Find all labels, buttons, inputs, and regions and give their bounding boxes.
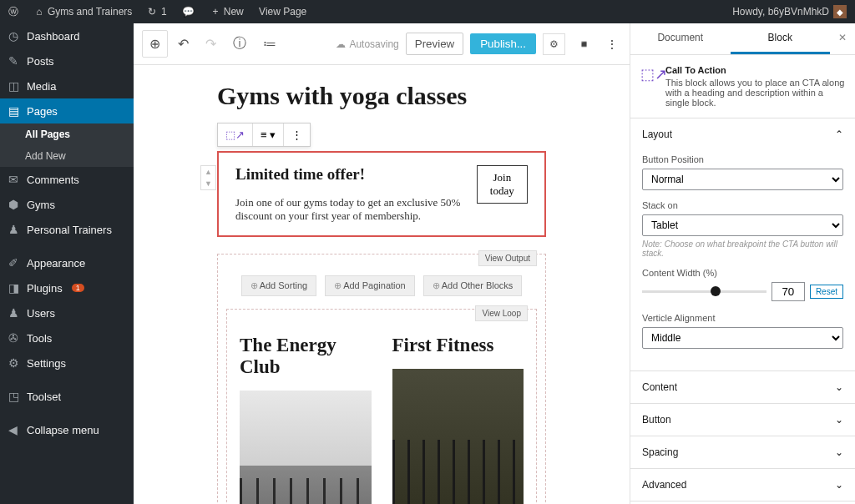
page-title[interactable]: Gyms with yoga classes [217,82,546,110]
content-width-slider[interactable] [642,290,766,293]
preview-button[interactable]: Preview [406,33,463,55]
sidebar-item-appearance[interactable]: ✐Appearance [0,250,134,275]
gym-image [240,391,372,504]
toolset-icon: ◳ [8,390,20,403]
wp-logo[interactable]: ⓦ [8,6,21,18]
chevron-down-icon: ⌄ [835,381,843,393]
select-stack-on[interactable]: Tablet [642,214,843,236]
block-type-icon[interactable]: ⬚↗ [218,123,253,146]
sidebar-item-collapse[interactable]: ◀Collapse menu [0,417,134,442]
add-pagination-button[interactable]: ⊕Add Pagination [325,275,415,296]
tab-block[interactable]: Block [731,23,831,54]
select-button-position[interactable]: Normal [642,169,843,190]
editor: ⊕ ↶ ↷ ⓘ ≔ ☁Autosaving Preview Publish...… [134,23,630,504]
submenu-add-new[interactable]: Add New [0,145,134,167]
chevron-down-icon: ⌄ [835,479,843,491]
label-v-align: Verticle Alignment [642,313,843,323]
loop-controls: ⊕Add Sorting ⊕Add Pagination ⊕Add Other … [226,275,537,296]
tab-document[interactable]: Document [630,23,731,54]
add-sorting-button[interactable]: ⊕Add Sorting [241,275,316,296]
move-down-icon[interactable]: ▼ [201,178,215,189]
view-block[interactable]: View Output ⊕Add Sorting ⊕Add Pagination… [217,254,546,504]
sidebar-item-dashboard[interactable]: ◷Dashboard [0,23,134,48]
appearance-icon: ✐ [8,256,20,270]
updates-link[interactable]: ↻ 1 [148,6,167,18]
publish-button[interactable]: Publish... [470,33,536,54]
sidebar-item-toolset[interactable]: ◳Toolset [0,384,134,409]
dashboard-icon: ◷ [8,29,20,43]
comments-icon: ✉ [8,173,20,186]
avatar: ◆ [833,5,847,18]
gyms-icon: ⬢ [8,198,20,211]
new-link[interactable]: + New [212,6,243,18]
plugin-update-badge: 1 [72,284,84,292]
sidebar-item-plugins[interactable]: ◨Plugins1 [0,275,134,300]
plugins-icon: ◨ [8,281,20,295]
media-icon: ◫ [8,79,20,93]
cta-text[interactable]: Join one of our gyms today to get an exc… [235,196,477,223]
more-options-button[interactable]: ⋮ [603,34,621,54]
select-v-align[interactable]: Middle [642,327,843,349]
gym-card-title[interactable]: The Energy Club [240,335,372,378]
panel-advanced[interactable]: Advanced⌄ [630,469,855,501]
autosave-status: ☁Autosaving [336,38,398,50]
content-width-input[interactable] [772,282,805,301]
block-desc: This block allows you to place an CTA al… [665,78,844,108]
align-button[interactable]: ≡ ▾ [253,123,284,146]
panel-button[interactable]: Button⌄ [630,404,855,436]
editor-canvas[interactable]: Gyms with yoga classes ⬚↗ ≡ ▾ ⋮ ▲ ▼ Limi… [134,65,630,504]
panel-spacing[interactable]: Spacing⌄ [630,436,855,468]
sidebar-item-settings[interactable]: ⚙Settings [0,350,134,375]
move-up-icon[interactable]: ▲ [201,166,215,178]
cta-button[interactable]: Join today [477,165,528,204]
chevron-down-icon: ⌄ [835,414,843,426]
view-output-button[interactable]: View Output [478,250,537,266]
view-page-link[interactable]: View Page [259,6,306,18]
loop-block[interactable]: View Loop The Energy Club The perfect gy… [226,309,537,504]
gym-card-title[interactable]: First Fitness [392,335,524,356]
redo-button[interactable]: ↷ [199,31,223,57]
sidebar-item-trainers[interactable]: ♟Personal Trainers [0,217,134,242]
site-title-link[interactable]: ⌂ Gyms and Trainers [36,6,132,18]
cta-heading[interactable]: Limited time offer! [235,165,477,184]
outline-button[interactable]: ≔ [256,31,283,57]
comments-link[interactable]: 💬 [182,6,197,18]
block-inspector: Document Block ✕ ⬚↗ Call To Action This … [630,23,855,504]
sidebar-item-media[interactable]: ◫Media [0,73,134,98]
panel-layout[interactable]: Layout⌃ [630,118,855,150]
howdy-section[interactable]: Howdy, b6yBVnMhkD ◆ [732,5,847,18]
block-name: Call To Action [665,65,845,75]
block-info: ⬚↗ Call To Action This block allows you … [630,55,855,118]
sidebar-item-pages[interactable]: ▤Pages [0,98,134,123]
settings-icon: ⚙ [8,356,20,370]
block-more-button[interactable]: ⋮ [284,123,310,146]
toolset-button[interactable]: ◾ [572,34,596,54]
sidebar-item-comments[interactable]: ✉Comments [0,167,134,192]
posts-icon: ✎ [8,54,20,68]
add-other-blocks-button[interactable]: ⊕Add Other Blocks [423,275,523,296]
sidebar-item-users[interactable]: ♟Users [0,300,134,325]
panel-content[interactable]: Content⌄ [630,371,855,403]
sidebar-item-gyms[interactable]: ⬢Gyms [0,192,134,217]
undo-button[interactable]: ↶ [171,31,195,57]
admin-topbar: ⓦ ⌂ Gyms and Trainers ↻ 1 💬 + New View P… [0,0,855,23]
pages-icon: ▤ [8,104,20,118]
sidebar-item-posts[interactable]: ✎Posts [0,48,134,73]
editor-topbar: ⊕ ↶ ↷ ⓘ ≔ ☁Autosaving Preview Publish...… [134,23,630,65]
reset-button[interactable]: Reset [810,285,843,299]
chevron-down-icon: ⌄ [835,446,843,458]
block-mover[interactable]: ▲ ▼ [200,165,216,190]
label-stack-on: Stack on [642,200,843,210]
submenu-all-pages[interactable]: All Pages [0,123,134,145]
trainers-icon: ♟ [8,223,20,236]
gym-image [392,369,524,504]
close-inspector-button[interactable]: ✕ [830,23,855,54]
cta-block[interactable]: Limited time offer! Join one of our gyms… [217,151,546,237]
view-loop-button[interactable]: View Loop [475,305,528,321]
info-button[interactable]: ⓘ [226,30,253,58]
add-block-button[interactable]: ⊕ [142,30,168,58]
sidebar-item-tools[interactable]: ✇Tools [0,325,134,350]
admin-sidebar: ◷Dashboard ✎Posts ◫Media ▤Pages All Page… [0,23,134,504]
users-icon: ♟ [8,306,20,320]
settings-gear-button[interactable]: ⚙ [543,33,565,55]
